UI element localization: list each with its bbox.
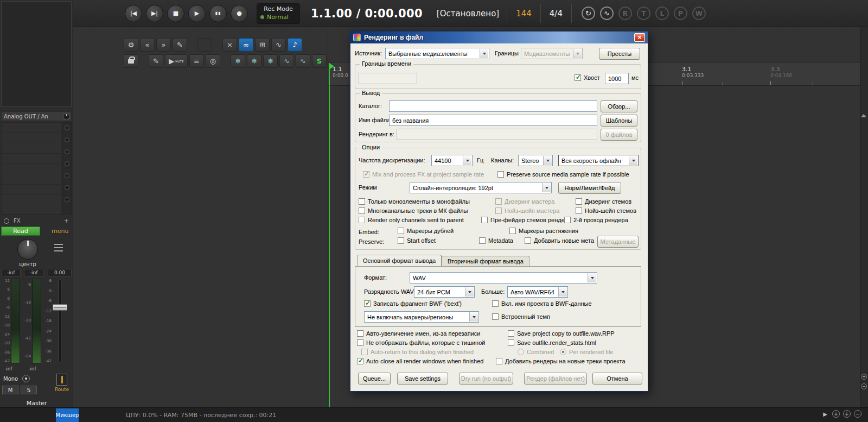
bounds-combo[interactable]: Медиаэлементы <box>521 48 583 59</box>
automation-read-button[interactable]: Read <box>1 226 40 236</box>
volume-fader-handle[interactable] <box>53 304 67 311</box>
preserve-rate-checkbox[interactable]: Preserve source media sample rate if pos… <box>497 171 629 178</box>
save-copy-checkbox[interactable]: Save project copy to outfile.wav.RPP <box>508 330 615 337</box>
fx-label[interactable]: FX <box>14 218 21 224</box>
no-silence-checkbox[interactable]: Не отображать файлы, которые с тишиной <box>357 339 485 346</box>
grid-icon[interactable]: ⊞ <box>255 38 270 52</box>
tail-checkbox[interactable]: Хвост <box>575 74 600 81</box>
embed-tempo-checkbox[interactable]: Встроенный темп <box>492 313 550 320</box>
pan-knob[interactable] <box>17 239 38 260</box>
tab-primary-format[interactable]: Основной формат вывода <box>357 255 442 266</box>
auto-close-checkbox[interactable]: Auto-close all render windows when finis… <box>357 358 483 364</box>
master-noise-checkbox[interactable]: Нойз-шейп мастера <box>495 207 559 214</box>
pencil-icon[interactable]: ✎ <box>149 54 163 68</box>
browse-button[interactable]: Обзор... <box>601 100 637 112</box>
auto-increment-checkbox[interactable]: Авто-увеличение имен, из-за перезаписи <box>357 330 480 337</box>
envelope-tool-icon[interactable]: ∿ <box>271 38 286 52</box>
midi-note-icon[interactable]: ♪ <box>288 38 302 52</box>
mixer-menu-button[interactable]: menu <box>52 228 68 235</box>
combined-radio[interactable]: Combined <box>518 349 554 355</box>
multichannel-checkbox[interactable]: Многоканальные треки в МК файлы <box>359 207 468 214</box>
time-signature[interactable]: 4/4 <box>540 4 572 23</box>
send-knob[interactable] <box>65 149 69 154</box>
prefader-stems-checkbox[interactable]: Пре-фейдер стемов рендер <box>481 217 568 223</box>
take-markers-checkbox[interactable]: Маркеры дублей <box>398 228 454 234</box>
start-offset-checkbox[interactable]: Start offset <box>398 237 436 244</box>
play-mute-tool[interactable]: ▶ MUTE <box>165 54 188 68</box>
tool-placeholder[interactable] <box>197 38 212 52</box>
solo-tool-icon[interactable]: S <box>312 54 327 68</box>
toggle-w-button[interactable]: W <box>692 7 706 20</box>
add-meta-checkbox[interactable]: Добавить новые мета <box>525 237 594 244</box>
solo-button[interactable]: S <box>21 386 37 394</box>
source-combo[interactable]: Выбранные медиаэлементы <box>385 48 489 59</box>
automation2-icon[interactable]: ∿ <box>296 54 310 68</box>
crossfade-icon[interactable]: × <box>222 38 237 52</box>
metronome-icon[interactable]: ◎ <box>206 54 220 68</box>
channels-combo[interactable]: Stereo <box>518 155 553 166</box>
envelope-pencil-icon[interactable]: ✎ <box>173 38 187 52</box>
send-knob[interactable] <box>65 125 69 130</box>
freeze2-icon[interactable]: ❄ <box>247 54 261 68</box>
peak-right-value[interactable]: -inf <box>24 269 43 276</box>
templates-button[interactable]: Шаблоны <box>601 115 637 127</box>
stems-noise-checkbox[interactable]: Нойз-шейп стемов <box>576 207 636 214</box>
stop-button[interactable]: ■ <box>167 5 184 22</box>
freeze-icon[interactable]: ❄ <box>231 54 245 68</box>
list-icon[interactable]: ≡ <box>189 54 204 68</box>
toggle-p-button[interactable]: P <box>674 7 687 20</box>
files-count-button[interactable]: 0 файлов <box>601 129 637 141</box>
tail-ms-input[interactable]: 1000 <box>605 73 629 84</box>
zoom-out-icon[interactable]: − <box>861 383 867 389</box>
docker-tab-mixer[interactable]: Микшер <box>56 408 79 422</box>
stretch-markers-checkbox[interactable]: Маркеры растяжения <box>509 228 578 234</box>
send-knob[interactable] <box>65 185 69 190</box>
punch-icon[interactable]: ∿ <box>600 7 614 20</box>
lock-icon[interactable] <box>124 54 138 68</box>
peak-left-value[interactable]: -inf <box>1 269 21 276</box>
automation-icon[interactable]: ∿ <box>279 54 294 68</box>
vertical-scrollbar[interactable] <box>860 27 868 407</box>
gear-icon[interactable]: ⚙ <box>124 38 138 52</box>
render-to-input[interactable] <box>397 129 597 140</box>
route-button[interactable]: Route <box>53 374 71 399</box>
send-knob[interactable] <box>65 173 69 178</box>
play-button[interactable]: ▶ <box>188 5 206 22</box>
hzoom-in-icon[interactable]: + <box>843 410 851 418</box>
toggle-l-button[interactable]: L <box>655 7 669 20</box>
bitdepth-combo[interactable]: 24-бит PCM <box>414 286 475 298</box>
scroll-right-icon[interactable]: ▶ <box>821 410 829 418</box>
track-name-box[interactable] <box>1 1 72 107</box>
link-icon[interactable]: ∞ <box>239 38 253 52</box>
second-pass-checkbox[interactable]: 2-й проход рендера <box>564 217 628 223</box>
filename-input[interactable]: без названия <box>389 115 597 126</box>
bwf-checkbox[interactable]: Записать фрагмент BWF ('bext') <box>364 300 462 307</box>
project-name-checkbox[interactable]: Вкл. имя проекта в BWF-данные <box>492 300 592 307</box>
metadata-checkbox[interactable]: Metadata <box>479 237 513 244</box>
nav-prev-icon[interactable]: « <box>140 38 155 52</box>
normalize-button[interactable]: Норм/Лимит/Фейд <box>558 182 621 194</box>
send-knob[interactable] <box>65 197 69 202</box>
resample-mode-combo[interactable]: Сплайн-интерполяция: 192pt <box>410 182 552 193</box>
render-speed-combo[interactable]: Вся скорость офлайн <box>558 155 639 166</box>
bpm-display[interactable]: 144 <box>507 4 540 23</box>
record-button[interactable]: ● <box>231 5 248 22</box>
go-to-start-button[interactable]: |◀ <box>125 5 142 22</box>
mix-fx-checkbox[interactable]: Mix and process FX at project sample rat… <box>363 171 484 178</box>
wav-size-combo[interactable]: Авто WAV/RF64 <box>507 286 568 298</box>
save-settings-button[interactable]: Save settings <box>397 373 448 385</box>
stems-dither-checkbox[interactable]: Дизеринг стемов <box>576 198 631 205</box>
rec-mode-box[interactable]: Rec Mode Normal <box>257 3 300 24</box>
send-knob[interactable] <box>65 137 69 142</box>
directory-input[interactable] <box>389 100 597 112</box>
mono-button[interactable]: Mono <box>3 375 30 382</box>
dialog-titlebar[interactable]: Рендеринг в файл × <box>350 32 648 43</box>
master-dither-checkbox[interactable]: Дизеринг мастера <box>495 198 555 205</box>
add-fx-icon[interactable]: + <box>64 217 69 224</box>
power-icon[interactable] <box>4 218 9 224</box>
mono-items-checkbox[interactable]: Только моноэлементы в монофайлы <box>359 198 470 205</box>
freeze3-icon[interactable]: ❄ <box>263 54 278 68</box>
render-button[interactable]: Рендер (файлов нет) <box>524 373 587 385</box>
format-combo[interactable]: WAV <box>410 272 597 284</box>
cancel-button[interactable]: Отмена <box>592 373 642 385</box>
